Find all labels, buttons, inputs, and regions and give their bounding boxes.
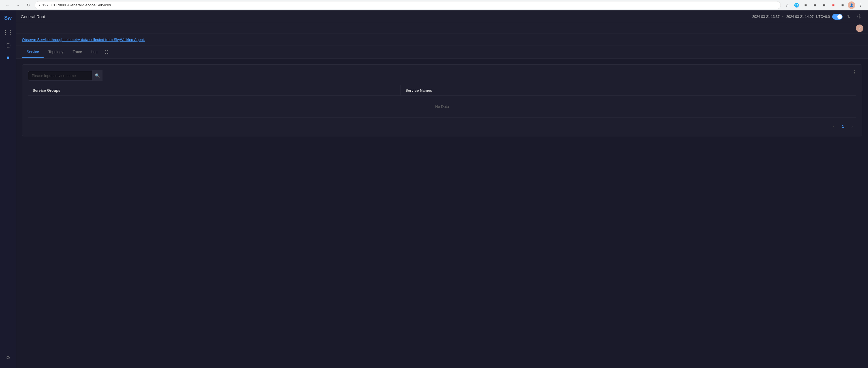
list-icon: ☷ — [104, 49, 108, 55]
search-row: 🔍 — [28, 70, 856, 81]
refresh-button[interactable]: ↻ — [845, 13, 853, 21]
grid-icon: ⋮⋮ — [3, 29, 13, 35]
tab-list-icon[interactable]: ☷ — [102, 46, 111, 58]
app-container: Sw ⋮⋮ ◯ ■ ⚙ General-Root 2024-03-21 13:3… — [0, 10, 868, 368]
address-icon: ● — [38, 3, 40, 7]
search-input[interactable] — [28, 71, 92, 80]
prev-icon: ‹ — [833, 124, 834, 129]
content-area: ⋮ 🔍 Service Groups Ser — [16, 59, 868, 368]
no-data-cell: No Data — [28, 96, 856, 118]
user-initial: V — [859, 26, 861, 30]
extension2-button[interactable]: ■ — [811, 1, 819, 9]
browser-actions: ☆ 🌐 ■ ■ ■ ■ ■ 👤 ⋮ — [783, 1, 865, 9]
top-header: General-Root 2024-03-21 13:37 ~ 2024-03-… — [16, 10, 868, 23]
table-header-row: Service Groups Service Names — [28, 86, 856, 96]
header-right: 2024-03-21 13:37 ~ 2024-03-21 14:07 UTC+… — [752, 13, 863, 21]
more-icon: ⋮ — [852, 69, 857, 75]
back-button[interactable]: ← — [3, 1, 11, 9]
tab-bar: Service Topology Trace Log ☷ — [16, 46, 868, 59]
browser-chrome: ← → ↻ ● 127.0.0.1:8080/General-Service/S… — [0, 0, 868, 10]
main-content: General-Root 2024-03-21 13:37 ~ 2024-03-… — [16, 10, 868, 368]
sidebar-item-grid[interactable]: ⋮⋮ — [2, 27, 14, 38]
translate-button[interactable]: 🌐 — [792, 1, 800, 9]
settings-icon: ⚙ — [6, 355, 10, 361]
extension4-button[interactable]: ■ — [829, 1, 837, 9]
page-1-label: 1 — [842, 124, 844, 129]
info-button[interactable]: ⓘ — [855, 13, 863, 21]
sidebar-logo[interactable]: Sw — [3, 13, 13, 23]
address-text: 127.0.0.1:8080/General-Service/Services — [42, 3, 111, 7]
dashboard-icon: ■ — [7, 55, 9, 60]
user-avatar-row: V — [16, 23, 868, 33]
info-banner: Observe Service through telemetry data c… — [16, 33, 868, 46]
reload-button[interactable]: ↻ — [24, 1, 32, 9]
dark-mode-toggle[interactable] — [832, 14, 843, 20]
no-data-row: No Data — [28, 96, 856, 118]
extension5-button[interactable]: ■ — [839, 1, 847, 9]
page-1-button[interactable]: 1 — [839, 122, 847, 130]
service-table: Service Groups Service Names No Data — [28, 86, 856, 118]
sidebar-item-settings[interactable]: ⚙ — [2, 352, 14, 363]
toggle-switch[interactable] — [832, 14, 843, 20]
menu-button[interactable]: ⋮ — [857, 1, 865, 9]
chrome-avatar-button[interactable]: 👤 — [848, 1, 855, 9]
refresh-icon: ↻ — [847, 14, 851, 19]
col-names-header: Service Names — [401, 86, 856, 96]
bookmark-button[interactable]: ☆ — [783, 1, 791, 9]
main-card: ⋮ 🔍 Service Groups Ser — [22, 64, 862, 136]
sidebar-bottom: ⚙ — [2, 352, 14, 366]
tab-log[interactable]: Log — [87, 46, 102, 58]
sidebar-item-dashboard[interactable]: ■ — [2, 52, 14, 63]
user-avatar[interactable]: V — [856, 25, 863, 32]
tab-trace[interactable]: Trace — [68, 46, 87, 58]
sidebar-item-monitor[interactable]: ◯ — [2, 39, 14, 51]
tab-topology-label: Topology — [48, 49, 63, 54]
address-bar[interactable]: ● 127.0.0.1:8080/General-Service/Service… — [35, 1, 781, 9]
tab-topology[interactable]: Topology — [43, 46, 68, 58]
time-range-end: 2024-03-21 14:07 — [786, 15, 814, 19]
search-icon: 🔍 — [95, 73, 100, 78]
search-button[interactable]: 🔍 — [92, 70, 102, 81]
header-title: General-Root — [21, 14, 45, 19]
card-more-button[interactable]: ⋮ — [850, 68, 859, 76]
extension1-button[interactable]: ■ — [802, 1, 810, 9]
search-input-wrap — [28, 71, 92, 80]
utc-label: UTC+0:0 — [816, 15, 830, 19]
pagination-row: ‹ 1 › — [28, 122, 856, 130]
tab-trace-label: Trace — [72, 49, 82, 54]
next-icon: › — [851, 124, 853, 129]
time-range-start: 2024-03-21 13:37 — [752, 15, 780, 19]
info-link-text[interactable]: Observe Service through telemetry data c… — [22, 37, 145, 42]
tab-log-label: Log — [91, 49, 98, 54]
next-page-button[interactable]: › — [848, 122, 856, 130]
tab-service-label: Service — [27, 49, 39, 54]
monitor-icon: ◯ — [5, 42, 11, 48]
avatar-circle: V — [856, 25, 863, 32]
extension3-button[interactable]: ■ — [820, 1, 828, 9]
sidebar: Sw ⋮⋮ ◯ ■ ⚙ — [0, 10, 16, 368]
forward-button[interactable]: → — [14, 1, 22, 9]
tab-service[interactable]: Service — [22, 46, 43, 58]
col-groups-header: Service Groups — [28, 86, 401, 96]
info-icon: ⓘ — [857, 14, 861, 19]
time-separator: ~ — [782, 15, 784, 19]
prev-page-button[interactable]: ‹ — [830, 122, 838, 130]
